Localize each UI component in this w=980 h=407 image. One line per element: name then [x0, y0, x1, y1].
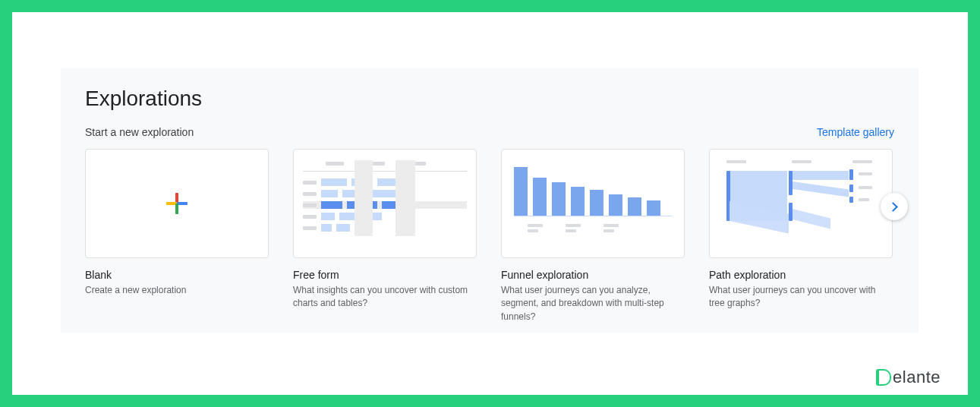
card-free-form[interactable]: Free form What insights can you uncover … [293, 149, 477, 323]
card-desc: What user journeys can you uncover with … [709, 284, 893, 311]
card-desc: What insights can you uncover with custo… [293, 284, 477, 311]
chevron-right-icon [888, 202, 898, 212]
page-title: Explorations [85, 87, 894, 111]
template-cards-row: Blank Create a new exploration [85, 149, 894, 323]
card-blank-thumb [85, 149, 269, 258]
card-desc: What user journeys can you analyze, segm… [501, 284, 685, 323]
card-title: Free form [293, 269, 477, 281]
card-desc: Create a new exploration [85, 284, 269, 297]
delante-logo-d-icon [876, 369, 891, 386]
start-subtitle: Start a new exploration [85, 126, 194, 138]
card-title: Path exploration [709, 269, 893, 281]
template-gallery-link[interactable]: Template gallery [817, 126, 894, 138]
card-blank[interactable]: Blank Create a new exploration [85, 149, 269, 323]
card-title: Blank [85, 269, 269, 281]
card-funnel-thumb [501, 149, 685, 258]
delante-logo: elante [876, 368, 941, 387]
card-path[interactable]: Path exploration What user journeys can … [709, 149, 893, 323]
delante-logo-text: elante [893, 368, 941, 387]
row-header: Start a new exploration Template gallery [85, 126, 894, 138]
explorations-panel: Explorations Start a new exploration Tem… [61, 68, 919, 333]
plus-icon [166, 193, 187, 214]
card-free-form-thumb [293, 149, 477, 258]
outer-frame: Explorations Start a new exploration Tem… [0, 0, 980, 407]
card-funnel[interactable]: Funnel exploration What user journeys ca… [501, 149, 685, 323]
card-path-thumb [709, 149, 893, 258]
card-title: Funnel exploration [501, 269, 685, 281]
scroll-next-button[interactable] [881, 193, 908, 220]
